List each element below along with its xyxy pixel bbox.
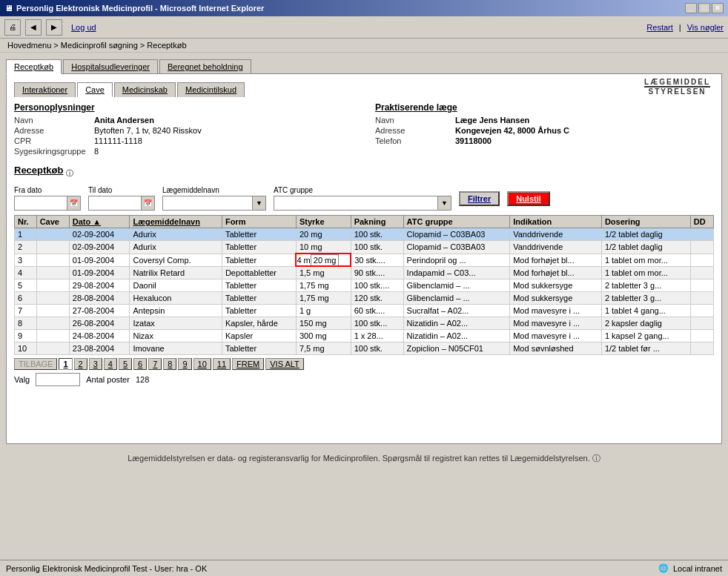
fra-dato-input[interactable] [15, 196, 67, 210]
col-form: Form [222, 216, 296, 228]
fra-dato-calendar-button[interactable]: 📅 [67, 196, 80, 210]
valg-label: Valg [14, 375, 30, 384]
laege-navn-row: Navn Læge Jens Hansen [375, 116, 714, 125]
pagination-page-5[interactable]: 5 [119, 358, 132, 370]
col-cave: Cave [36, 216, 69, 228]
pagination-page-4[interactable]: 4 [104, 358, 117, 370]
pagination-tilbage-button[interactable]: TILBAGE [14, 358, 57, 370]
info-icon: ⓘ [66, 168, 73, 179]
window-title: Personlig Elektronisk Medicinprofil - Mi… [16, 4, 264, 13]
tab-medicintilskud[interactable]: Medicintilskud [177, 82, 245, 97]
tab-receptkoeb[interactable]: Receptkøb [6, 59, 62, 74]
pagination-vis-alt-button[interactable]: VIS ALT [265, 358, 304, 370]
atc-gruppe-select-wrap: ▼ [274, 196, 451, 211]
statusbar-right: 🌐 Local intranet [658, 563, 722, 573]
separator: | [679, 23, 681, 32]
receptkoeb-table: Nr. Cave Dato ▲ Lægemiddelnavn Form Styr… [14, 215, 714, 355]
person-navn-row: Navn Anita Andersen [14, 116, 353, 125]
back-icon-button[interactable]: ◀ [25, 19, 42, 36]
person-sygesikring-label: Sygesikringsgruppe [14, 147, 88, 156]
til-dato-input-wrap: 📅 [88, 196, 155, 211]
nulstil-button[interactable]: Nulstil [507, 191, 550, 206]
col-indikation: Indikation [510, 216, 602, 228]
window-controls[interactable]: _ □ ✕ [685, 3, 724, 13]
receptkoeb-section-title: Receptkøb [14, 165, 63, 176]
til-dato-calendar-button[interactable]: 📅 [141, 196, 154, 210]
pagination-page-7[interactable]: 7 [148, 358, 162, 370]
fra-dato-group: Fra dato 📅 [14, 186, 81, 211]
filter-button[interactable]: Filtrer [459, 191, 500, 206]
laegemiddelnavn-group: Lægemiddelnavn ▼ [162, 186, 266, 211]
table-row: 102-09-2004AdurixTabletter20 mg100 stk.C… [15, 228, 714, 241]
laege-adresse-label: Adresse [375, 126, 449, 135]
statusbar-zone: Local intranet [673, 564, 722, 573]
vis-noegler-link[interactable]: Vis nøgler [687, 23, 724, 32]
breadcrumb: Hovedmenu > Medicinprofil søgning > Rece… [0, 39, 728, 53]
til-dato-input[interactable] [89, 196, 141, 210]
close-button[interactable]: ✕ [712, 3, 724, 13]
laege-adresse-value: Kongevejen 42, 8000 Århus C [455, 126, 569, 135]
laegemiddelnavn-input[interactable] [163, 196, 252, 210]
tabs-row1: Receptkøb Hospitalsudleveringer Beregnet… [6, 59, 722, 73]
col-styrke: Styrke [296, 216, 351, 228]
tab-cave[interactable]: Cave [77, 82, 113, 97]
atc-gruppe-dropdown-button[interactable]: ▼ [437, 196, 451, 210]
breadcrumb-text: Hovedmenu > Medicinprofil søgning > Rece… [7, 41, 187, 50]
pagination-page-6[interactable]: 6 [133, 358, 147, 370]
table-row: 301-09-2004Coversyl Comp.Tabletter4 m20 … [15, 254, 714, 266]
person-info: Personoplysninger Navn Anita Andersen Ad… [14, 102, 714, 157]
col-dosering: Dosering [601, 216, 690, 228]
laege-section: Praktiserende læge Navn Læge Jens Hansen… [375, 102, 714, 157]
valg-row: Valg Antal poster 128 [14, 373, 714, 386]
person-cpr-row: CPR 111111-1118 [14, 136, 353, 145]
tabs-row2: Interaktioner Cave Medicinskab Medicinti… [14, 82, 714, 96]
laegemiddelnavn-label: Lægemiddelnavn [162, 186, 266, 194]
col-nr: Nr. [15, 216, 37, 228]
forward-icon-button[interactable]: ▶ [46, 19, 62, 36]
maximize-button[interactable]: □ [698, 3, 710, 13]
minimize-button[interactable]: _ [685, 3, 697, 13]
pagination-page-1[interactable]: 1 [59, 358, 72, 370]
tab-medicinskab[interactable]: Medicinskab [114, 82, 176, 97]
restart-link[interactable]: Restart [646, 23, 672, 32]
col-laegemiddelnavn[interactable]: Lægemiddelnavn [130, 216, 222, 228]
log-ud-button[interactable]: Log ud [71, 23, 96, 32]
pagination-page-8[interactable]: 8 [163, 358, 176, 370]
tab-beregnet-beholdning[interactable]: Beregnet beholdning [159, 59, 251, 74]
col-dato[interactable]: Dato ▲ [69, 216, 130, 228]
table-row: 826-08-2004IzataxKapsler, hårde150 mg100… [15, 317, 714, 330]
pagination-page-3[interactable]: 3 [89, 358, 102, 370]
fra-dato-label: Fra dato [14, 186, 81, 194]
pagination-page-11[interactable]: 11 [213, 358, 231, 370]
laege-telefon-label: Telefon [375, 136, 449, 145]
tab-hospitalsudleveringer[interactable]: Hospitalsudleveringer [63, 59, 158, 74]
pagination-page-10[interactable]: 10 [193, 358, 211, 370]
globe-icon: 🌐 [658, 563, 669, 573]
personoplysninger-title: Personoplysninger [14, 102, 353, 113]
table-row: 924-08-2004NizaxKapsler300 mg1 x 28...Ni… [15, 330, 714, 342]
pagination-page-2[interactable]: 2 [74, 358, 87, 370]
window-titlebar: 🖥 Personlig Elektronisk Medicinprofil - … [0, 0, 728, 16]
tab-interaktioner[interactable]: Interaktioner [14, 82, 76, 97]
person-navn-value: Anita Andersen [94, 116, 154, 125]
pagination-frem-button[interactable]: FREM [232, 358, 264, 370]
person-adresse-value: Bytoften 7, 1 tv, 8240 Risskov [94, 126, 202, 135]
valg-input[interactable] [36, 373, 80, 386]
logo-line1: LÆGEMIDDEL [644, 78, 710, 86]
app-icon: 🖥 [4, 4, 13, 13]
atc-gruppe-label: ATC gruppe [274, 186, 451, 194]
laegemiddelnavn-dropdown-button[interactable]: ▼ [252, 196, 265, 210]
person-cpr-label: CPR [14, 136, 88, 145]
pagination-page-9[interactable]: 9 [178, 358, 191, 370]
person-navn-label: Navn [14, 116, 88, 125]
person-sygesikring-value: 8 [94, 147, 99, 156]
laegemiddelnavn-select-wrap: ▼ [162, 196, 266, 211]
table-row: 727-08-2004AntepsinTabletter1 g60 stk...… [15, 305, 714, 317]
atc-gruppe-input[interactable] [274, 196, 437, 210]
toolbar-left: 🖨 ◀ ▶ Log ud [4, 19, 96, 36]
statusbar: Personlig Elektronisk Medicinprofil Test… [0, 560, 728, 576]
print-icon-button[interactable]: 🖨 [4, 19, 21, 36]
table-row: 202-09-2004AdurixTabletter10 mg100 stk.C… [15, 241, 714, 254]
table-row: 628-08-2004HexaluconTabletter1,75 mg120 … [15, 292, 714, 305]
person-sygesikring-row: Sygesikringsgruppe 8 [14, 147, 353, 156]
